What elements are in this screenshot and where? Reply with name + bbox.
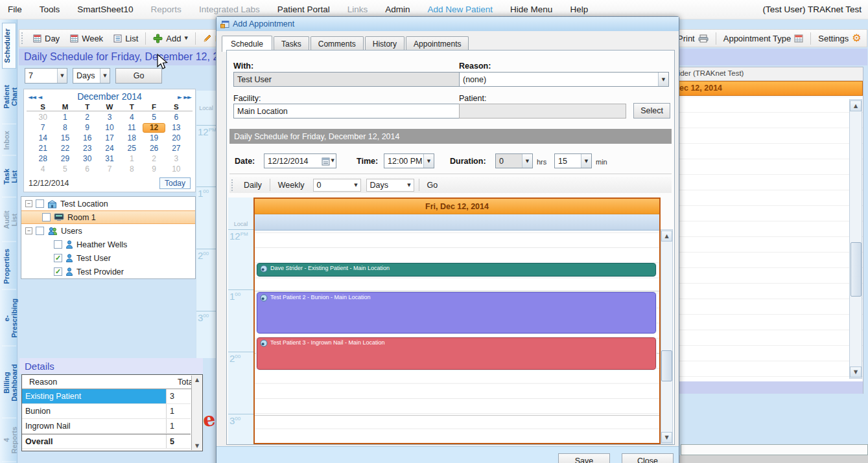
menu-item-smartsheet10[interactable]: SmartSheet10 bbox=[77, 5, 133, 14]
calendar-day[interactable]: 11 bbox=[121, 123, 143, 133]
calendar-day[interactable]: 28 bbox=[32, 154, 54, 164]
tree-row-test-location[interactable]: −Test Location bbox=[21, 197, 195, 210]
time-select[interactable]: 12:00 PM▼ bbox=[384, 153, 434, 168]
calendar-day[interactable]: 30 bbox=[32, 113, 54, 122]
nav-count-select[interactable]: 0▼ bbox=[313, 179, 361, 192]
calendar-day[interactable]: 1 bbox=[121, 154, 143, 164]
sidebar-tab-inbox[interactable]: Inbox bbox=[2, 126, 16, 155]
calendar-day[interactable]: 31 bbox=[99, 154, 121, 164]
calendar-day[interactable]: 23 bbox=[76, 144, 99, 153]
calendar-day[interactable]: 13 bbox=[165, 123, 187, 133]
sidebar-tab-audit-list[interactable]: Audit List bbox=[2, 199, 16, 242]
calendar-day[interactable]: 10 bbox=[165, 164, 187, 174]
menu-item-admin[interactable]: Admin bbox=[385, 5, 410, 14]
details-row-existing-patient[interactable]: Existing Patient3 bbox=[22, 389, 191, 404]
tree-row-test-user[interactable]: ✓Test User bbox=[21, 251, 195, 265]
tree-row-room-1[interactable]: Room 1 bbox=[21, 210, 195, 224]
calendar-day[interactable]: 6 bbox=[165, 113, 187, 122]
calendar-day[interactable]: 2 bbox=[76, 113, 99, 122]
checkbox[interactable] bbox=[36, 227, 44, 235]
calendar-day[interactable]: 16 bbox=[76, 133, 99, 143]
calendar-day[interactable]: 7 bbox=[32, 123, 54, 133]
dialog-title-bar[interactable]: Add Appointment bbox=[217, 17, 679, 31]
calendar-day[interactable]: 7 bbox=[99, 164, 121, 174]
calendar-day[interactable]: 21 bbox=[32, 144, 54, 153]
calendar-day[interactable]: 1 bbox=[54, 113, 76, 122]
details-row-ingrown-nail[interactable]: Ingrown Nail1 bbox=[22, 419, 191, 434]
calendar-day[interactable]: 8 bbox=[54, 123, 76, 133]
checkbox-checked[interactable]: ✓ bbox=[54, 267, 62, 276]
calendar-day[interactable]: 24 bbox=[99, 144, 121, 153]
scroll-up-icon[interactable]: ▲ bbox=[195, 377, 199, 383]
scroll-down-icon[interactable]: ▼ bbox=[195, 443, 199, 449]
calendar-day[interactable]: 27 bbox=[165, 144, 187, 153]
day-column-body[interactable]: Dave Strider - Existing Patient - Main L… bbox=[255, 231, 659, 443]
calendar-day[interactable]: 30 bbox=[76, 154, 99, 164]
tree-row-test-provider[interactable]: ✓Test Provider bbox=[21, 265, 195, 278]
settings-button[interactable]: Settings⚙ bbox=[813, 30, 866, 46]
appointment-block[interactable]: Test Patient 3 - Ingrown Nail - Main Loc… bbox=[257, 337, 656, 370]
checkbox[interactable] bbox=[36, 199, 44, 208]
calendar-day[interactable]: 19 bbox=[143, 133, 165, 143]
weekly-button[interactable]: Weekly bbox=[272, 181, 311, 190]
tree-expander-icon[interactable]: − bbox=[25, 200, 32, 207]
daily-button[interactable]: Daily bbox=[238, 181, 268, 190]
prev-year-icon[interactable]: ◄◄ bbox=[28, 94, 36, 100]
dialog-scrollbar[interactable]: ▲ ▼ bbox=[661, 229, 673, 444]
save-button[interactable]: Save bbox=[558, 453, 610, 463]
details-scrollbar[interactable]: ▲ ▼ bbox=[191, 376, 202, 450]
menu-item-hide-menu[interactable]: Hide Menu bbox=[510, 5, 552, 14]
calendar-day[interactable]: 17 bbox=[99, 133, 121, 143]
close-button[interactable]: Close bbox=[622, 453, 674, 463]
checkbox[interactable] bbox=[54, 240, 62, 249]
sidebar-tab-e-prescribing[interactable]: e-Prescribing bbox=[2, 291, 16, 346]
calendar-day[interactable]: 5 bbox=[54, 164, 76, 174]
checkbox[interactable] bbox=[42, 213, 51, 221]
calendar-day[interactable]: 14 bbox=[32, 133, 54, 143]
appointment-type-button[interactable]: Appointment Type bbox=[718, 30, 809, 46]
datepicker-icon[interactable]: ▼ bbox=[322, 157, 336, 166]
scroll-down-icon[interactable]: ▼ bbox=[850, 367, 862, 378]
tree-expander-icon[interactable]: − bbox=[25, 227, 32, 234]
calendar-day[interactable]: 29 bbox=[54, 154, 76, 164]
calendar-day[interactable]: 10 bbox=[99, 123, 121, 133]
day-view-button[interactable]: Day bbox=[28, 30, 65, 46]
sidebar-tab-4-reports[interactable]: 4 Reports bbox=[2, 419, 16, 462]
calendar-day[interactable]: 6 bbox=[76, 164, 99, 174]
scrollbar-thumb[interactable] bbox=[661, 350, 672, 381]
today-button[interactable]: Today bbox=[159, 177, 191, 189]
calendar-day-selected[interactable]: 12 bbox=[143, 123, 165, 133]
calendar-day[interactable]: 5 bbox=[143, 113, 165, 122]
scroll-up-icon[interactable]: ▲ bbox=[850, 100, 862, 111]
prev-month-icon[interactable]: ◄ bbox=[38, 94, 41, 100]
list-view-button[interactable]: List bbox=[108, 30, 143, 46]
calendar-day[interactable]: 9 bbox=[143, 164, 165, 174]
checkbox-checked[interactable]: ✓ bbox=[54, 254, 62, 262]
next-month-icon[interactable]: ► bbox=[178, 94, 182, 100]
sidebar-tab-scheduler[interactable]: Scheduler bbox=[2, 23, 16, 69]
tree-row-users[interactable]: −Users bbox=[21, 224, 195, 238]
sidebar-tab-task-list[interactable]: Task List bbox=[2, 157, 16, 198]
calendar-day[interactable]: 8 bbox=[121, 164, 143, 174]
menu-item-file[interactable]: File bbox=[8, 5, 22, 14]
nav-unit-select[interactable]: Days▼ bbox=[366, 179, 414, 192]
details-row-bunion[interactable]: Bunion1 bbox=[22, 404, 191, 419]
calendar-day[interactable]: 26 bbox=[143, 144, 165, 153]
scrollbar-thumb[interactable] bbox=[850, 242, 862, 297]
dialog-tab-appointments[interactable]: Appointments bbox=[406, 36, 469, 51]
calendar-day[interactable]: 4 bbox=[32, 164, 54, 174]
scroll-down-icon[interactable]: ▼ bbox=[661, 432, 672, 443]
duration-minutes-select[interactable]: 15▼ bbox=[554, 153, 592, 168]
range-count-select[interactable]: 7▼ bbox=[25, 68, 67, 84]
dialog-tab-tasks[interactable]: Tasks bbox=[274, 36, 309, 51]
menu-item-patient-portal[interactable]: Patient Portal bbox=[277, 5, 330, 14]
calendar-day[interactable]: 2 bbox=[143, 154, 165, 164]
menu-item-help[interactable]: Help bbox=[570, 5, 588, 14]
menu-item-tools[interactable]: Tools bbox=[40, 5, 60, 14]
appointment-block[interactable]: Dave Strider - Existing Patient - Main L… bbox=[257, 263, 656, 277]
menu-item-integrated-labs[interactable]: Integrated Labs bbox=[199, 5, 260, 14]
menu-item-reports[interactable]: Reports bbox=[151, 5, 182, 14]
calendar-day[interactable]: 18 bbox=[121, 133, 143, 143]
sidebar-tab-billing-dashboard[interactable]: Billing Dashboard bbox=[2, 348, 16, 418]
calendar-day[interactable]: 15 bbox=[54, 133, 76, 143]
